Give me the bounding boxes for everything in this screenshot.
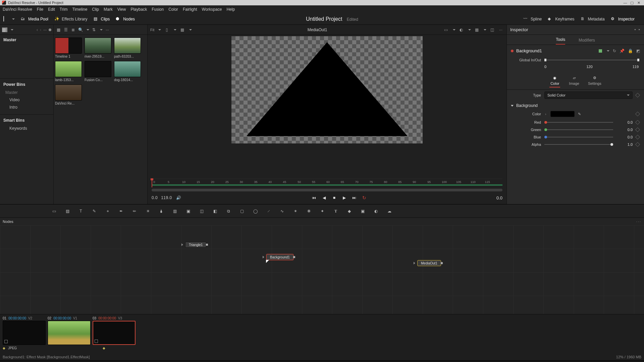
versions-icon[interactable]: ◩ [636, 49, 640, 53]
tool-shape3d-icon[interactable]: ◆ [345, 208, 353, 215]
audio-toggle[interactable]: 🔊 [175, 195, 182, 200]
process-color-icon[interactable] [599, 49, 602, 53]
tool-particles-icon[interactable]: ✶ [292, 208, 299, 215]
menu-view[interactable]: View [117, 7, 126, 12]
tool-pemitter-icon[interactable]: ❋ [305, 208, 313, 215]
tool-text-icon[interactable]: T [77, 208, 85, 215]
toggle-keyframes[interactable]: ◆ Keyframes [548, 16, 574, 22]
menu-mark[interactable]: Mark [104, 7, 113, 12]
io-end[interactable]: 119 [633, 65, 639, 69]
minimize-button[interactable]: — [622, 1, 629, 5]
stop-button[interactable]: ■ [331, 195, 337, 200]
alpha-value[interactable]: 1.0 [616, 142, 633, 146]
toggle-inspector[interactable]: ⚙ Inspector [611, 16, 635, 22]
loop-button[interactable]: ↻ [361, 195, 368, 200]
clip-fusion-comp[interactable]: Fusion Co... [85, 61, 111, 82]
menu-clip[interactable]: Clip [92, 7, 99, 12]
smart-bin-keywords[interactable]: Keywords [0, 125, 53, 132]
toggle-metadata[interactable]: 🗎 Metadata [581, 16, 605, 22]
tool-resize-icon[interactable]: ⧉ [225, 208, 232, 215]
tab-tools[interactable]: Tools [556, 37, 565, 45]
menu-edit[interactable]: Edit [48, 7, 55, 12]
inspector-options[interactable]: • • [634, 27, 641, 32]
type-keyframe[interactable] [635, 93, 640, 98]
menu-color[interactable]: Color [168, 7, 178, 12]
tool-paint-icon[interactable]: ✎ [91, 208, 98, 215]
node-canvas[interactable]: Triangle1 Background1 MediaOut1 ◤ [0, 225, 644, 314]
bin-more[interactable]: ··· [43, 27, 47, 32]
menu-davinci[interactable]: DaVinci Resolve [3, 7, 32, 12]
viewer-roi-icon[interactable]: ▭ [443, 27, 449, 33]
go-last-button[interactable]: ⏭ [351, 195, 358, 200]
power-bins-label[interactable]: Power Bins [0, 79, 53, 89]
time-in-field[interactable]: 0.0 [152, 195, 158, 200]
menu-trim[interactable]: Trim [60, 7, 68, 12]
clip-dog[interactable]: dog-18014... [114, 61, 141, 82]
clip-slot-01[interactable]: 0100:00:00:00V2 [3, 316, 46, 345]
menu-fusion[interactable]: Fusion [152, 7, 164, 12]
clip-slot-02[interactable]: 0200:00:00:00V1 [48, 316, 91, 345]
viewer-guides-icon[interactable]: ▦ [179, 27, 185, 33]
pin-icon[interactable]: 📌 [620, 49, 625, 53]
tool-mask-poly-icon[interactable]: ⟋ [265, 208, 272, 215]
color-expand[interactable]: › [545, 112, 546, 116]
menu-fairlight[interactable]: Fairlight [183, 7, 197, 12]
toggle-spline[interactable]: 〰 Spline [523, 16, 542, 22]
viewer-canvas[interactable] [231, 36, 423, 143]
viewer-zoom-label[interactable]: Fit [150, 27, 154, 33]
green-keyframe[interactable] [635, 127, 640, 132]
toggle-media-pool[interactable]: 🗂 Media Pool [21, 16, 48, 22]
io-start[interactable]: 0 [544, 65, 546, 69]
insp-cat-settings[interactable]: ⚙Settings [588, 75, 601, 87]
blue-slider[interactable] [544, 137, 613, 137]
tool-matte-icon[interactable]: ◧ [211, 208, 219, 215]
pool-more-icon[interactable]: ··· [105, 27, 110, 32]
smart-bins-label[interactable]: Smart Bins [0, 115, 53, 125]
green-slider[interactable] [544, 129, 613, 130]
red-value[interactable]: 0.0 [616, 120, 633, 124]
bin-nav-fwd[interactable]: › [40, 27, 41, 32]
viewer-dual-icon[interactable]: ◫ [489, 27, 495, 33]
clip-slot-03[interactable]: 0300:00:00:00V3 [93, 316, 136, 345]
layout-presets-button[interactable] [3, 16, 15, 22]
tool-prender-icon[interactable]: ✦ [319, 208, 326, 215]
tool-fastnoise-icon[interactable]: ▨ [64, 208, 71, 215]
menu-help[interactable]: Help [226, 7, 235, 12]
menu-playback[interactable]: Playback [130, 7, 147, 12]
bin-nav-back[interactable]: ‹ [37, 27, 38, 32]
tool-enable-dot[interactable] [511, 50, 514, 52]
global-io-slider[interactable] [544, 60, 639, 60]
viewer-color-icon[interactable]: ◐ [458, 27, 464, 33]
bin-item-master[interactable]: Master [0, 89, 53, 96]
tool-text3d-icon[interactable]: 𝐓 [332, 208, 339, 215]
tool-mask-rect-icon[interactable]: ▢ [238, 208, 246, 215]
blue-value[interactable]: 0.0 [616, 135, 633, 139]
node-background1[interactable]: Background1 [266, 254, 293, 260]
tool-tracker-icon[interactable]: ⌖ [104, 208, 111, 215]
toggle-clips[interactable]: ▤ Clips [94, 16, 110, 22]
tool-blur-icon[interactable]: 🌢 [158, 208, 165, 215]
tab-modifiers[interactable]: Modifiers [579, 38, 595, 45]
view-thumb-icon[interactable]: ▦ [56, 27, 61, 32]
alpha-slider[interactable] [544, 144, 613, 145]
viewer-layout-icon[interactable]: ▦ [474, 27, 480, 33]
tool-erode-icon[interactable]: ✏ [131, 208, 138, 215]
green-value[interactable]: 0.0 [616, 128, 633, 132]
clip-davinci[interactable]: DaVinci Re... [55, 84, 82, 105]
bin-view-icon[interactable]: ▥ [2, 27, 7, 32]
time-scrubber[interactable] [152, 189, 502, 191]
sort-icon[interactable]: ⇅ [91, 27, 97, 32]
tool-background-icon[interactable]: ▭ [50, 208, 58, 215]
toggle-nodes[interactable]: ⬢ Nodes [116, 16, 135, 22]
maximize-button[interactable]: ▢ [629, 1, 635, 5]
color-swatch[interactable] [550, 111, 575, 117]
play-reverse-button[interactable]: ◀ [321, 195, 327, 200]
bin-item-intro[interactable]: Intro [0, 104, 53, 111]
clip-lamb[interactable]: lamb-1353... [55, 61, 82, 82]
tool-mask-bspline-icon[interactable]: ∿ [278, 208, 286, 215]
alpha-keyframe[interactable] [635, 142, 640, 147]
time-out-field[interactable]: 119.0 [161, 195, 172, 200]
insp-cat-image[interactable]: ▱Image [569, 75, 579, 87]
playhead[interactable] [152, 179, 152, 187]
tool-brightness-icon[interactable]: ☀ [144, 208, 152, 215]
